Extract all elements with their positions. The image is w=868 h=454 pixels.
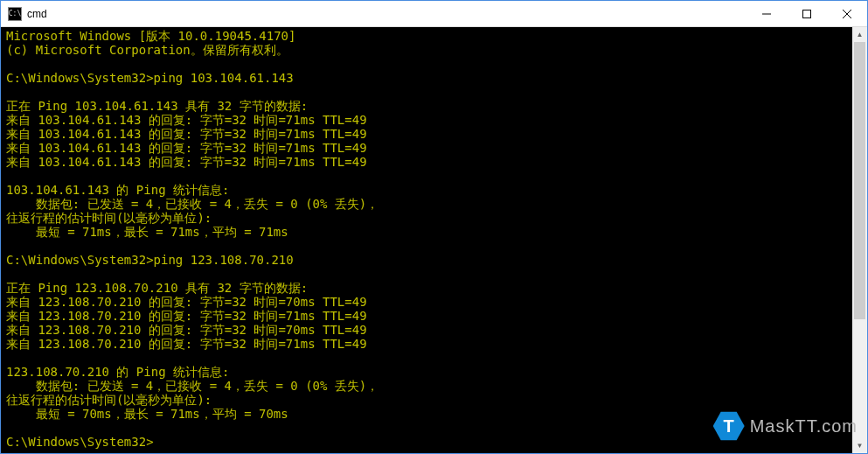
maximize-icon bbox=[802, 10, 811, 18]
terminal-line bbox=[6, 169, 852, 183]
cmd-icon: C:\ bbox=[8, 7, 22, 21]
terminal-line: 数据包: 已发送 = 4，已接收 = 4，丢失 = 0 (0% 丢失)， bbox=[6, 197, 852, 211]
scrollbar-thumb[interactable] bbox=[854, 42, 865, 319]
terminal-line: 来自 103.104.61.143 的回复: 字节=32 时间=71ms TTL… bbox=[6, 113, 852, 127]
terminal-line: 来自 123.108.70.210 的回复: 字节=32 时间=70ms TTL… bbox=[6, 295, 852, 309]
terminal-line: 来自 103.104.61.143 的回复: 字节=32 时间=71ms TTL… bbox=[6, 127, 852, 141]
vertical-scrollbar[interactable]: ▲ ▼ bbox=[852, 27, 867, 453]
terminal-line: C:\Windows\System32> bbox=[6, 435, 852, 449]
scroll-down-arrow-icon[interactable]: ▼ bbox=[852, 438, 867, 453]
terminal-line: (c) Microsoft Corporation。保留所有权利。 bbox=[6, 43, 852, 57]
terminal-line bbox=[6, 351, 852, 365]
titlebar[interactable]: C:\ cmd bbox=[1, 1, 867, 27]
terminal-line bbox=[6, 421, 852, 435]
window-title: cmd bbox=[27, 8, 47, 20]
terminal-line: C:\Windows\System32>ping 103.104.61.143 bbox=[6, 71, 852, 85]
terminal-line: Microsoft Windows [版本 10.0.19045.4170] bbox=[6, 29, 852, 43]
terminal-line: 来自 123.108.70.210 的回复: 字节=32 时间=71ms TTL… bbox=[6, 309, 852, 323]
terminal-output[interactable]: Microsoft Windows [版本 10.0.19045.4170](c… bbox=[1, 27, 852, 453]
minimize-icon bbox=[762, 10, 771, 18]
terminal-line: 103.104.61.143 的 Ping 统计信息: bbox=[6, 183, 852, 197]
close-icon bbox=[843, 10, 851, 18]
terminal-line: 来自 103.104.61.143 的回复: 字节=32 时间=71ms TTL… bbox=[6, 141, 852, 155]
terminal-line: 来自 123.108.70.210 的回复: 字节=32 时间=71ms TTL… bbox=[6, 337, 852, 351]
window-frame: C:\ cmd Microsoft Windows [版本 10.0.19045… bbox=[0, 0, 868, 454]
terminal-line: 最短 = 70ms，最长 = 71ms，平均 = 70ms bbox=[6, 407, 852, 421]
terminal-line: 正在 Ping 103.104.61.143 具有 32 字节的数据: bbox=[6, 99, 852, 113]
svg-rect-1 bbox=[803, 10, 811, 17]
terminal-area: Microsoft Windows [版本 10.0.19045.4170](c… bbox=[1, 27, 867, 453]
terminal-line: C:\Windows\System32>ping 123.108.70.210 bbox=[6, 253, 852, 267]
terminal-line bbox=[6, 267, 852, 281]
minimize-button[interactable] bbox=[746, 1, 787, 27]
terminal-line bbox=[6, 239, 852, 253]
maximize-button[interactable] bbox=[787, 1, 827, 27]
terminal-line: 123.108.70.210 的 Ping 统计信息: bbox=[6, 365, 852, 379]
scrollbar-track[interactable] bbox=[852, 42, 867, 438]
close-button[interactable] bbox=[827, 1, 867, 27]
terminal-line bbox=[6, 57, 852, 71]
terminal-line: 最短 = 71ms，最长 = 71ms，平均 = 71ms bbox=[6, 225, 852, 239]
terminal-line: 往返行程的估计时间(以毫秒为单位): bbox=[6, 211, 852, 225]
terminal-line: 来自 123.108.70.210 的回复: 字节=32 时间=70ms TTL… bbox=[6, 323, 852, 337]
terminal-line: 往返行程的估计时间(以毫秒为单位): bbox=[6, 393, 852, 407]
terminal-line: 正在 Ping 123.108.70.210 具有 32 字节的数据: bbox=[6, 281, 852, 295]
scroll-up-arrow-icon[interactable]: ▲ bbox=[852, 27, 867, 42]
terminal-line: 数据包: 已发送 = 4，已接收 = 4，丢失 = 0 (0% 丢失)， bbox=[6, 379, 852, 393]
terminal-line bbox=[6, 85, 852, 99]
terminal-line: 来自 103.104.61.143 的回复: 字节=32 时间=71ms TTL… bbox=[6, 155, 852, 169]
